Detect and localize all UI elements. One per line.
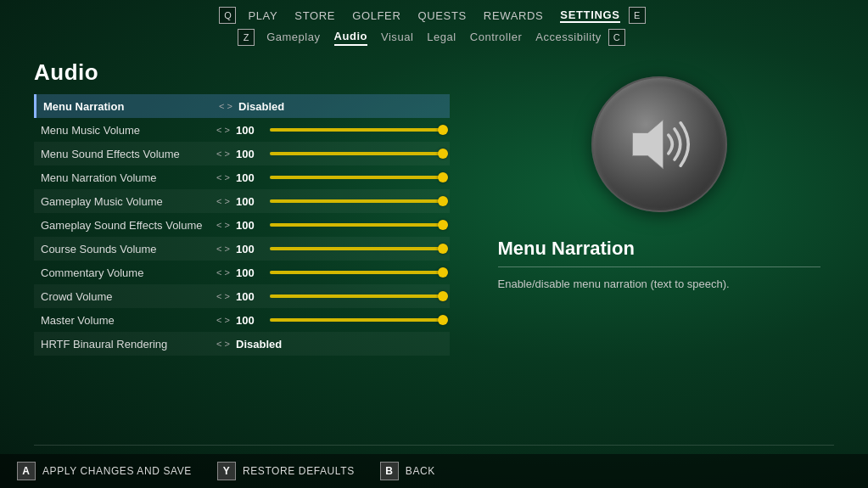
slider-area[interactable]	[270, 271, 443, 274]
slider-area[interactable]	[270, 199, 443, 203]
setting-label: Menu Sound Effects Volume	[41, 148, 210, 160]
slider-area[interactable]	[270, 294, 443, 298]
slider-fill	[270, 128, 443, 132]
setting-arrows: < >	[210, 339, 236, 349]
apply-label: APPLY CHANGES AND SAVE	[42, 465, 192, 477]
sub-nav-left-key: Z	[238, 29, 255, 46]
setting-label: Menu Narration	[43, 100, 213, 113]
setting-label: Gameplay Music Volume	[41, 195, 210, 208]
setting-label: Menu Narration Volume	[41, 171, 210, 184]
settings-list: Menu Narration< >DisabledMenu Music Volu…	[34, 94, 450, 356]
setting-value-disabled: Disabled	[238, 100, 284, 113]
setting-row[interactable]: Master Volume< >100	[34, 308, 450, 332]
nav-item-settings[interactable]: SETTINGS	[560, 8, 619, 23]
slider-thumb	[438, 220, 448, 230]
back-key: B	[380, 462, 399, 480]
setting-row[interactable]: Menu Sound Effects Volume< >100	[34, 142, 450, 165]
slider-area[interactable]	[270, 128, 443, 132]
slider-track	[270, 271, 443, 274]
slider-thumb	[438, 244, 448, 254]
slider-fill	[270, 247, 443, 250]
back-action[interactable]: B BACK	[380, 462, 435, 480]
left-panel: Audio Menu Narration< >DisabledMenu Musi…	[34, 59, 450, 356]
top-nav: Q PLAY STORE GOLFER QUESTS REWARDS SETTI…	[0, 0, 868, 24]
slider-fill	[270, 318, 443, 322]
nav-item-store[interactable]: STORE	[294, 9, 335, 22]
slider-track	[270, 176, 443, 179]
slider-fill	[270, 176, 443, 179]
restore-key: Y	[217, 462, 236, 480]
setting-label: Crowd Volume	[41, 290, 210, 303]
speaker-svg	[621, 106, 697, 182]
setting-value: 100	[236, 290, 270, 303]
setting-row[interactable]: Course Sounds Volume< >100	[34, 237, 450, 261]
sub-nav-controller[interactable]: Controller	[470, 31, 523, 45]
info-section: Menu Narration Enable/disable menu narra…	[498, 238, 820, 293]
svg-marker-0	[632, 120, 663, 169]
setting-value: 100	[236, 171, 270, 184]
setting-row[interactable]: Menu Music Volume< >100	[34, 118, 450, 142]
setting-arrows: < >	[210, 291, 236, 301]
info-desc: Enable/disable menu narration (text to s…	[498, 276, 820, 293]
apply-key: A	[17, 462, 36, 480]
restore-action[interactable]: Y RESTORE DEFAULTS	[217, 462, 355, 480]
setting-arrows: < >	[213, 101, 238, 111]
nav-item-golfer[interactable]: GOLFER	[352, 9, 400, 22]
slider-track	[270, 247, 443, 250]
main-content: Audio Menu Narration< >DisabledMenu Musi…	[0, 51, 868, 356]
sub-nav-audio[interactable]: Audio	[334, 30, 367, 46]
nav-item-play[interactable]: PLAY	[248, 9, 277, 22]
setting-value: 100	[236, 148, 270, 160]
apply-action[interactable]: A APPLY CHANGES AND SAVE	[17, 462, 192, 480]
setting-row[interactable]: Menu Narration Volume< >100	[34, 165, 450, 189]
setting-value: 100	[236, 124, 270, 137]
nav-item-quests[interactable]: QUESTS	[417, 9, 466, 22]
setting-row[interactable]: Gameplay Music Volume< >100	[34, 189, 450, 213]
bottom-bar: A APPLY CHANGES AND SAVE Y RESTORE DEFAU…	[0, 454, 868, 488]
back-label: BACK	[406, 465, 435, 477]
slider-thumb	[438, 267, 448, 278]
setting-arrows: < >	[210, 172, 236, 182]
setting-arrows: < >	[210, 125, 236, 135]
sub-nav: Z Gameplay Audio Visual Legal Controller…	[0, 24, 868, 46]
setting-arrows: < >	[210, 149, 236, 159]
restore-label: RESTORE DEFAULTS	[243, 465, 355, 477]
setting-arrows: < >	[210, 244, 236, 254]
slider-area[interactable]	[270, 247, 443, 250]
right-panel: Menu Narration Enable/disable menu narra…	[484, 59, 834, 356]
slider-fill	[270, 271, 443, 274]
sub-nav-legal[interactable]: Legal	[427, 31, 456, 45]
setting-arrows: < >	[210, 220, 236, 230]
slider-thumb	[438, 315, 448, 325]
slider-track	[270, 199, 443, 203]
slider-thumb	[438, 149, 448, 159]
slider-thumb	[438, 125, 448, 135]
speaker-icon	[591, 76, 727, 212]
setting-label: Menu Music Volume	[41, 124, 210, 137]
slider-track	[270, 294, 443, 298]
sub-nav-accessibility[interactable]: Accessibility	[535, 31, 602, 45]
slider-track	[270, 152, 443, 155]
slider-area[interactable]	[270, 318, 443, 322]
page-wrapper: Q PLAY STORE GOLFER QUESTS REWARDS SETTI…	[0, 0, 868, 488]
slider-fill	[270, 223, 443, 227]
setting-label: Commentary Volume	[41, 266, 210, 279]
divider-line	[34, 445, 834, 446]
sub-nav-gameplay[interactable]: Gameplay	[266, 31, 320, 45]
setting-arrows: < >	[210, 196, 236, 206]
nav-right-key: E	[629, 7, 646, 24]
setting-row[interactable]: Commentary Volume< >100	[34, 261, 450, 284]
setting-row[interactable]: Gameplay Sound Effects Volume< >100	[34, 213, 450, 237]
setting-row[interactable]: Menu Narration< >Disabled	[34, 94, 450, 118]
setting-value-disabled: Disabled	[236, 338, 282, 351]
slider-fill	[270, 152, 443, 155]
sub-nav-visual[interactable]: Visual	[381, 31, 413, 45]
setting-label: Course Sounds Volume	[41, 243, 210, 255]
setting-value: 100	[236, 195, 270, 208]
slider-area[interactable]	[270, 223, 443, 227]
slider-area[interactable]	[270, 152, 443, 155]
setting-row[interactable]: HRTF Binaural Rendering< >Disabled	[34, 332, 450, 356]
setting-row[interactable]: Crowd Volume< >100	[34, 284, 450, 308]
nav-item-rewards[interactable]: REWARDS	[484, 9, 544, 22]
slider-area[interactable]	[270, 176, 443, 179]
